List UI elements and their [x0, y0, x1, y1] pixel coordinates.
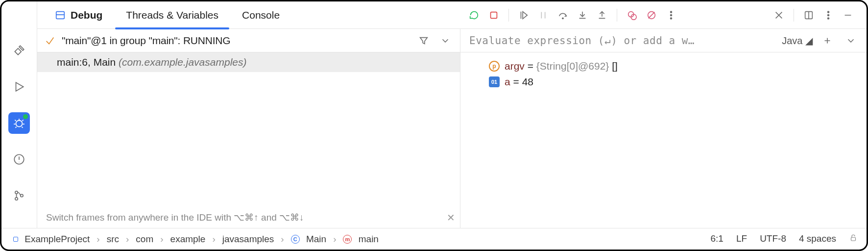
svg-point-3 [15, 191, 18, 194]
add-watch-icon[interactable] [818, 32, 837, 50]
tip-row: Switch frames from anywhere in the IDE w… [37, 206, 460, 228]
more-menu-icon[interactable] [661, 6, 681, 24]
svg-point-12 [671, 11, 672, 13]
frame-method: main:6, Main [57, 56, 119, 68]
breadcrumb-com[interactable]: com [133, 234, 156, 245]
status-bar: ExampleProject › src › com › example › j… [1, 228, 867, 250]
pause-button [533, 6, 553, 24]
layout-settings-icon[interactable] [799, 6, 819, 24]
resume-button[interactable] [514, 6, 533, 24]
breadcrumb-method[interactable]: m main [340, 234, 381, 245]
svg-point-8 [562, 18, 563, 19]
left-tool-rail [1, 1, 37, 228]
svg-point-4 [15, 198, 18, 200]
separator [508, 9, 509, 22]
frames-dropdown-icon[interactable] [435, 32, 455, 50]
stack-frame[interactable]: main:6, Main (com.example.javasamples) [37, 52, 460, 72]
svg-point-13 [671, 14, 672, 16]
evaluate-expression-input[interactable]: Evaluate expression (↵) or add a w… [469, 35, 777, 47]
caret-position[interactable]: 6:1 [711, 233, 723, 245]
tab-threads-label: Threads & Variables [126, 9, 218, 21]
minimize-icon[interactable] [838, 6, 858, 24]
mute-breakpoints-button[interactable] [642, 6, 661, 24]
layout-icon [55, 10, 66, 21]
svg-point-18 [828, 17, 829, 19]
thread-status-icon [44, 32, 56, 50]
breadcrumb-javasamples[interactable]: javasamples [219, 234, 277, 245]
separator [617, 9, 617, 22]
variable-row[interactable]: 01 a = 48 [469, 74, 858, 90]
svg-point-17 [828, 14, 829, 16]
breadcrumb-sep: › [95, 234, 101, 245]
breadcrumb-example[interactable]: example [168, 234, 209, 245]
run-tool-icon[interactable] [8, 76, 30, 98]
filter-icon[interactable] [414, 32, 434, 50]
indent-setting[interactable]: 4 spaces [799, 233, 836, 245]
view-breakpoints-button[interactable] [622, 6, 642, 24]
svg-point-5 [21, 194, 23, 197]
vars-dropdown-icon[interactable] [841, 32, 861, 50]
readonly-lock-icon[interactable] [849, 233, 858, 245]
variable-name: argv [505, 60, 525, 72]
debug-tool-icon[interactable] [8, 112, 30, 134]
thread-label: "main"@1 in group "main": RUNNING [62, 35, 230, 47]
class-icon: C [291, 235, 300, 244]
frames-pane: "main"@1 in group "main": RUNNING main:6… [37, 29, 460, 228]
problems-tool-icon[interactable] [8, 149, 30, 170]
tab-debug[interactable]: Debug [44, 1, 113, 29]
variable-name: a [505, 76, 510, 87]
variable-value: [] [612, 60, 618, 72]
svg-rect-6 [56, 11, 65, 19]
options-menu-icon[interactable] [819, 6, 838, 24]
tip-close-icon[interactable]: ✕ [447, 212, 455, 224]
breadcrumb-project[interactable]: ExampleProject [10, 234, 93, 245]
file-encoding[interactable]: UTF-8 [760, 233, 786, 245]
separator [794, 9, 794, 22]
active-indicator-dot [23, 114, 28, 119]
tab-threads-variables[interactable]: Threads & Variables [115, 1, 229, 29]
variables-pane: Evaluate expression (↵) or add a w… Java… [460, 29, 867, 228]
variable-row[interactable]: p argv = {String[0]@692} [] [469, 58, 858, 74]
tab-console-label: Console [242, 9, 280, 21]
svg-marker-0 [16, 82, 24, 91]
close-panel-icon[interactable] [769, 6, 789, 24]
step-out-button[interactable] [592, 6, 612, 24]
breadcrumb-src[interactable]: src [104, 234, 122, 245]
module-icon [13, 237, 18, 242]
frames-list[interactable]: main:6, Main (com.example.javasamples) [37, 52, 460, 206]
primitive-badge-icon: 01 [489, 76, 500, 87]
tab-console[interactable]: Console [231, 1, 290, 29]
breadcrumb-class[interactable]: C Main [288, 234, 329, 245]
svg-point-1 [16, 121, 23, 127]
debug-tabbar: Debug Threads & Variables Console [37, 1, 867, 29]
evaluation-language[interactable]: Java ◢ [782, 35, 813, 47]
tab-debug-label: Debug [71, 9, 102, 21]
param-badge-icon: p [489, 61, 500, 72]
svg-rect-19 [851, 237, 856, 241]
variable-ref: {String[0]@692} [536, 60, 612, 72]
svg-point-16 [828, 11, 829, 13]
svg-rect-7 [491, 12, 497, 18]
variable-value: 48 [522, 76, 533, 87]
build-tool-icon[interactable] [8, 40, 30, 61]
line-separator[interactable]: LF [736, 233, 747, 245]
method-icon: m [343, 235, 352, 244]
frame-package: (com.example.javasamples) [119, 56, 246, 68]
variables-list[interactable]: p argv = {String[0]@692} [] 01 a = 48 [460, 52, 867, 228]
rerun-button[interactable] [464, 6, 484, 24]
step-into-button[interactable] [573, 6, 592, 24]
vcs-tool-icon[interactable] [8, 185, 30, 206]
svg-point-14 [671, 17, 672, 19]
stop-button[interactable] [484, 6, 504, 24]
tip-text: Switch frames from anywhere in the IDE w… [46, 212, 304, 223]
step-over-button[interactable] [553, 6, 573, 24]
